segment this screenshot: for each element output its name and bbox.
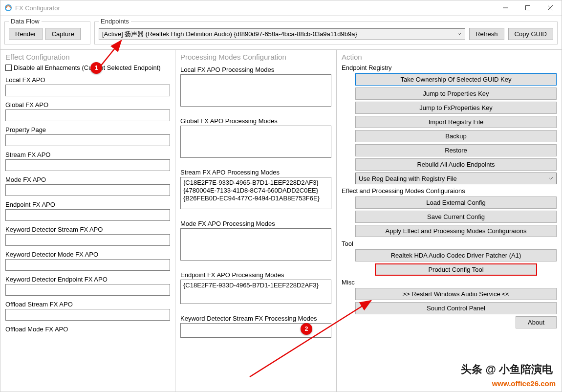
minimize-button[interactable]	[494, 0, 517, 15]
endpoints-label: Endpoints	[99, 18, 131, 25]
stream-pm-area[interactable]: {C18E2F7E-933D-4965-B7D1-1EEF228D2AF3} {…	[180, 177, 331, 209]
global-pm-area[interactable]	[180, 126, 331, 158]
endpoint-pm-label: Endpoint FX APO Processing Modes	[180, 271, 331, 279]
stream-fx-input[interactable]	[5, 159, 170, 171]
effect-config-panel: Effect Configuration Disable all Enhacme…	[0, 50, 175, 392]
render-button[interactable]: Render	[9, 28, 43, 40]
jump-fxproperties-button[interactable]: Jump to FxProperties Key	[355, 102, 557, 114]
watermark-line2: www.office26.com	[492, 379, 556, 388]
offload-stream-fx-input[interactable]	[5, 309, 170, 321]
dataflow-groupbox: Data Flow Render Capture	[4, 22, 90, 44]
endpoint-fx-input[interactable]	[5, 209, 170, 221]
global-fx-input[interactable]	[5, 109, 170, 121]
local-fx-label: Local FX APO	[5, 76, 170, 84]
restore-button[interactable]: Restore	[355, 144, 557, 156]
kd-endpoint-fx-label: Keyword Detector Endpoint FX APO	[5, 276, 170, 283]
global-fx-label: Global FX APO	[5, 101, 170, 109]
endpoints-selected: [Active] 扬声器 (Realtek High Definition Au…	[102, 30, 357, 39]
property-page-label: Property Page	[5, 126, 170, 133]
about-button[interactable]: About	[516, 316, 557, 328]
take-ownership-button[interactable]: Take Ownership Of Selected GUID Key	[355, 73, 557, 86]
app-icon	[4, 4, 12, 12]
misc-label: Misc	[342, 279, 557, 286]
rebuild-endpoints-button[interactable]: Rebuild All Audio Endpoints	[355, 158, 557, 171]
sound-control-panel-button[interactable]: Sound Control Panel	[355, 302, 557, 314]
save-config-button[interactable]: Save Current Config	[355, 211, 557, 223]
stream-pm-label: Stream FX APO Processing Modes	[180, 169, 331, 176]
import-registry-button[interactable]: Import Registry File	[355, 116, 557, 128]
local-fx-input[interactable]	[5, 85, 170, 96]
local-pm-area[interactable]	[180, 74, 331, 107]
chevron-down-icon	[548, 176, 553, 181]
backup-button[interactable]: Backup	[355, 130, 557, 142]
reg-dealing-select[interactable]: Use Reg Dealing with Registry File	[355, 173, 557, 184]
reg-dealing-selected: Use Reg Dealing with Registry File	[359, 175, 457, 182]
stream-fx-label: Stream FX APO	[5, 151, 170, 158]
processing-modes-panel: Processing Modes Configuration Local FX …	[175, 50, 337, 392]
kd-stream-pm-area[interactable]	[180, 323, 331, 338]
dataflow-label: Data Flow	[9, 18, 42, 25]
disable-all-checkbox[interactable]	[5, 65, 12, 71]
tool-label: Tool	[342, 240, 557, 247]
endpoints-groupbox: Endpoints [Active] 扬声器 (Realtek High Def…	[94, 22, 558, 44]
jump-properties-button[interactable]: Jump to Properties Key	[355, 87, 557, 100]
restart-audio-button[interactable]: >> Restart Windows Audio Service <<	[355, 288, 557, 300]
copy-guid-button[interactable]: Copy GUID	[508, 28, 553, 40]
mode-pm-area[interactable]	[180, 228, 331, 261]
kd-mode-fx-input[interactable]	[5, 259, 170, 271]
local-pm-label: Local FX APO Processing Modes	[180, 66, 331, 73]
kd-stream-fx-input[interactable]	[5, 234, 170, 246]
disable-all-label: Disable all Enhacments (Current Selected…	[14, 64, 161, 71]
endpoint-pm-area[interactable]: {C18E2F7E-933D-4965-B7D1-1EEF228D2AF3}	[180, 280, 331, 304]
maximize-button[interactable]	[517, 0, 539, 15]
action-title: Action	[342, 53, 557, 61]
watermark-line1: 头条 @ 小鱼陪演电	[461, 362, 553, 377]
offload-mode-fx-label: Offload Mode FX APO	[5, 326, 170, 333]
realtek-patcher-button[interactable]: Realtek HDA Audio Codec Driver Patcher (…	[355, 249, 557, 261]
endpoints-dropdown[interactable]: [Active] 扬声器 (Realtek High Definition Au…	[99, 28, 465, 40]
kd-stream-pm-label: Keyword Detector Stream FX Processing Mo…	[180, 315, 331, 322]
config-label: Effect and Processing Modes Configuraion…	[342, 187, 557, 195]
mode-pm-label: Mode FX APO Processing Modes	[180, 220, 331, 227]
apply-config-button[interactable]: Apply Effect and Processing Modes Config…	[355, 225, 557, 237]
endpoint-registry-label: Endpoint Registry	[342, 64, 557, 71]
offload-stream-fx-label: Offload Stream FX APO	[5, 301, 170, 308]
capture-button[interactable]: Capture	[45, 28, 81, 40]
effect-config-title: Effect Configuration	[5, 53, 170, 61]
property-page-input[interactable]	[5, 134, 170, 146]
refresh-button[interactable]: Refresh	[469, 28, 504, 40]
close-button[interactable]	[539, 0, 562, 15]
load-config-button[interactable]: Load External Config	[355, 196, 557, 209]
window-title: FX Configurator	[15, 4, 494, 12]
product-config-tool-button[interactable]: Product Config Tool	[375, 263, 537, 276]
action-panel: Action Endpoint Registry Take Ownership …	[337, 50, 562, 392]
mode-fx-label: Mode FX APO	[5, 176, 170, 183]
titlebar: FX Configurator	[0, 0, 562, 16]
kd-endpoint-fx-input[interactable]	[5, 284, 170, 296]
chevron-down-icon	[457, 31, 462, 36]
endpoint-fx-label: Endpoint FX APO	[5, 201, 170, 208]
kd-stream-fx-label: Keyword Detector Stream FX APO	[5, 226, 170, 233]
processing-modes-title: Processing Modes Configuration	[180, 53, 331, 61]
global-pm-label: Global FX APO Processing Modes	[180, 117, 331, 125]
svg-rect-2	[526, 6, 530, 10]
kd-mode-fx-label: Keyword Detector Mode FX APO	[5, 251, 170, 258]
mode-fx-input[interactable]	[5, 184, 170, 196]
